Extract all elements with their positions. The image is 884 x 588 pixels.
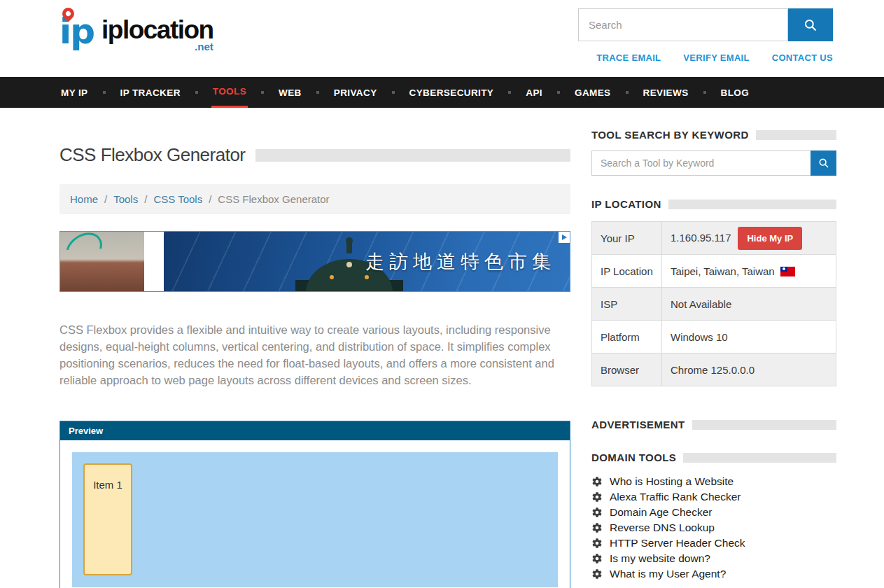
- nav-separator: [703, 91, 706, 94]
- adchoices-triangle-icon: [562, 234, 567, 240]
- domain-tool-reverse-dns[interactable]: Reverse DNS Lookup: [591, 521, 836, 535]
- header-links: TRACE EMAIL VERIFY EMAIL CONTACT US: [596, 52, 833, 63]
- nav-item-cybersecurity[interactable]: CYBERSECURITY: [408, 77, 496, 108]
- tool-search-button[interactable]: [811, 150, 836, 176]
- nav-item-blog[interactable]: BLOG: [720, 77, 751, 108]
- breadcrumb-separator: /: [209, 193, 211, 205]
- breadcrumb-separator: /: [104, 193, 107, 205]
- breadcrumb-separator: /: [144, 193, 147, 205]
- tool-search-bar: [591, 150, 836, 176]
- gear-icon: [591, 553, 603, 564]
- domain-tool-domain-age[interactable]: Domain Age Checker: [591, 505, 836, 519]
- ad-headline: 走訪地道特色市集: [365, 249, 570, 274]
- breadcrumb-css-tools[interactable]: CSS Tools: [153, 193, 202, 205]
- tool-link-label: Domain Age Checker: [610, 506, 712, 519]
- nav-separator: [195, 91, 198, 94]
- your-ip-value: 1.160.95.117: [671, 232, 731, 244]
- gear-icon: [591, 507, 603, 518]
- domain-tool-website-down[interactable]: Is my website down?: [591, 552, 836, 566]
- contact-us-link[interactable]: CONTACT US: [772, 52, 833, 63]
- domain-tool-user-agent[interactable]: What is my User Agent?: [591, 567, 836, 581]
- adchoices-icon[interactable]: [559, 232, 570, 243]
- header-right: TRACE EMAIL VERIFY EMAIL CONTACT US: [578, 8, 833, 63]
- ad-main-segment: 走訪地道特色市集: [164, 232, 570, 291]
- row-label: Your IP: [592, 222, 662, 255]
- heading-decorative-bar: [692, 420, 836, 430]
- header-search-bar: [578, 8, 833, 41]
- nav-separator: [557, 91, 560, 94]
- site-header: ip iplocation .net TRACE EMAIL VERIFY EM…: [0, 0, 884, 77]
- ip-location-heading-row: IP LOCATION: [591, 198, 836, 210]
- ip-location-table: Your IP 1.160.95.117Hide My IP IP Locati…: [591, 221, 836, 386]
- hide-my-ip-button[interactable]: Hide My IP: [738, 227, 802, 250]
- breadcrumb-tools[interactable]: Tools: [113, 193, 138, 205]
- isp-value: Not Available: [662, 288, 836, 321]
- domain-tools-heading-row: DOMAIN TOOLS: [591, 451, 836, 463]
- nav-separator: [392, 91, 395, 94]
- nav-item-api[interactable]: API: [524, 77, 544, 108]
- content-area: CSS Flexbox Generator Home / Tools / CSS…: [0, 108, 884, 588]
- table-row: IP Location Taipei, Taiwan, Taiwan: [592, 255, 836, 288]
- title-decorative-bar: [255, 149, 570, 162]
- tool-link-label: Is my website down?: [610, 552, 710, 565]
- domain-tool-http-header[interactable]: HTTP Server Header Check: [591, 536, 836, 550]
- search-icon: [818, 158, 829, 169]
- ad-photo-segment: [60, 232, 144, 291]
- nav-item-tools[interactable]: TOOLS: [211, 77, 248, 108]
- nav-item-ip-tracker[interactable]: IP TRACKER: [119, 77, 182, 108]
- advertisement-heading: ADVERTISEMENT: [591, 419, 685, 430]
- header-search-button[interactable]: [788, 8, 833, 41]
- site-logo[interactable]: ip iplocation .net: [59, 8, 213, 55]
- ad-banner[interactable]: 走訪地道特色市集: [59, 231, 570, 292]
- logo-text: iplocation .net: [101, 17, 213, 52]
- flexbox-demo-container: Item 1: [72, 452, 558, 587]
- sidebar: TOOL SEARCH BY KEYWORD IP LOCATION Your …: [591, 129, 836, 588]
- tool-link-label: Reverse DNS Lookup: [610, 522, 715, 534]
- domain-tool-who-is-hosting[interactable]: Who is Hosting a Website: [591, 475, 836, 489]
- domain-tools-list: Who is Hosting a Website Alexa Traffic R…: [591, 475, 836, 581]
- header-search-input[interactable]: [578, 8, 788, 41]
- nav-separator: [626, 91, 629, 94]
- verify-email-link[interactable]: VERIFY EMAIL: [683, 52, 749, 63]
- trace-email-link[interactable]: TRACE EMAIL: [596, 52, 661, 63]
- page-description: CSS Flexbox provides a flexible and intu…: [59, 321, 570, 388]
- logo-tld: .net: [195, 41, 213, 52]
- ip-location-heading: IP LOCATION: [591, 198, 661, 210]
- row-label: IP Location: [592, 255, 662, 288]
- page-title: CSS Flexbox Generator: [59, 144, 246, 166]
- platform-value: Windows 10: [662, 321, 836, 354]
- breadcrumb: Home / Tools / CSS Tools / CSS Flexbox G…: [59, 184, 570, 214]
- gear-icon: [591, 522, 603, 533]
- table-row: Platform Windows 10: [592, 321, 836, 354]
- gear-icon: [591, 476, 603, 487]
- logo-name: iplocation: [101, 17, 213, 43]
- advertisement-heading-row: ADVERTISEMENT: [591, 419, 836, 430]
- row-value-cell: 1.160.95.117Hide My IP: [662, 222, 836, 255]
- logo-ip-mark: ip: [59, 8, 101, 55]
- nav-item-my-ip[interactable]: MY IP: [59, 77, 90, 108]
- nav-item-privacy[interactable]: PRIVACY: [332, 77, 379, 108]
- nav-item-web[interactable]: WEB: [277, 77, 303, 108]
- heading-decorative-bar: [756, 130, 836, 140]
- tool-search-heading-row: TOOL SEARCH BY KEYWORD: [591, 129, 836, 141]
- gear-icon: [591, 568, 603, 580]
- row-label: ISP: [592, 288, 662, 321]
- tool-link-label: Alexa Traffic Rank Checker: [610, 491, 741, 503]
- ip-location-value: Taipei, Taiwan, Taiwan: [671, 265, 775, 277]
- breadcrumb-home[interactable]: Home: [70, 193, 98, 205]
- tool-search-input[interactable]: [591, 150, 811, 176]
- main-column: CSS Flexbox Generator Home / Tools / CSS…: [59, 129, 570, 588]
- domain-tools-heading: DOMAIN TOOLS: [591, 451, 676, 463]
- nav-separator: [261, 91, 264, 94]
- tool-link-label: HTTP Server Header Check: [610, 537, 745, 550]
- domain-tool-alexa-rank[interactable]: Alexa Traffic Rank Checker: [591, 490, 836, 504]
- heading-decorative-bar: [683, 453, 836, 463]
- nav-item-games[interactable]: GAMES: [573, 77, 612, 108]
- row-label: Browser: [592, 354, 662, 386]
- tool-search-heading: TOOL SEARCH BY KEYWORD: [591, 129, 749, 141]
- row-value-cell: Taipei, Taiwan, Taiwan: [662, 255, 836, 288]
- main-nav: MY IP IP TRACKER TOOLS WEB PRIVACY CYBER…: [0, 77, 884, 108]
- breadcrumb-current: CSS Flexbox Generator: [218, 193, 329, 205]
- nav-item-reviews[interactable]: REVIEWS: [642, 77, 690, 108]
- preview-panel-header: Preview: [60, 421, 570, 440]
